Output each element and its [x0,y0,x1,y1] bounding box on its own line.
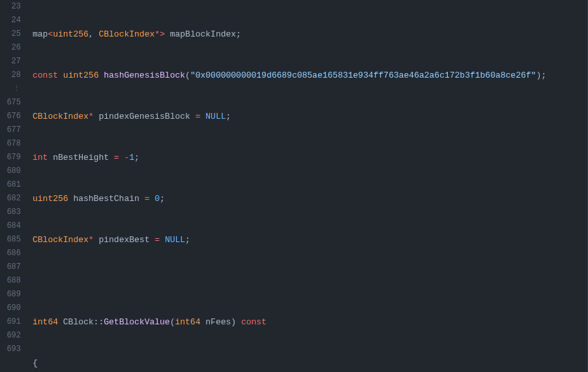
line-number-gutter: 23 24 25 26 27 28 ⋮ 675 676 677 678 679 … [0,0,27,372]
line-number: 692 [0,329,21,343]
line-number: 676 [0,110,21,123]
folded-region[interactable] [33,274,587,288]
code-line[interactable]: int64 CBlock::GetBlockValue(int64 nFees)… [33,315,587,329]
line-number: 688 [0,274,21,288]
line-number: 693 [0,343,21,356]
line-number: 687 [0,260,21,274]
line-number: 686 [0,247,21,260]
line-number: 23 [0,0,21,14]
line-number: 678 [0,137,21,151]
code-area[interactable]: map<uint256, CBlockIndex*> mapBlockIndex… [27,0,588,372]
line-number: 677 [0,123,21,137]
line-number: 691 [0,315,21,329]
code-line[interactable]: { [33,356,587,370]
code-line[interactable]: int nBestHeight = -1; [33,151,587,164]
line-number: 28 [0,69,21,82]
line-number: 25 [0,27,21,41]
line-number: 675 [0,96,21,110]
line-number: 27 [0,55,21,69]
line-number: 683 [0,206,21,219]
line-number: 680 [0,164,21,178]
line-number: 679 [0,151,21,164]
fold-ellipsis-icon[interactable]: ⋮ [0,82,21,96]
line-number: 690 [0,302,21,315]
line-number: 26 [0,41,21,55]
code-line[interactable]: CBlockIndex* pindexBest = NULL; [33,233,587,247]
code-editor: 23 24 25 26 27 28 ⋮ 675 676 677 678 679 … [0,0,588,372]
line-number: 689 [0,288,21,302]
line-number: 684 [0,219,21,233]
code-line[interactable]: map<uint256, CBlockIndex*> mapBlockIndex… [33,27,587,41]
code-line[interactable]: const uint256 hashGenesisBlock("0x000000… [33,69,587,82]
line-number: 682 [0,192,21,206]
line-number: 24 [0,14,21,27]
code-line[interactable]: CBlockIndex* pindexGenesisBlock = NULL; [33,110,587,123]
code-line[interactable]: uint256 hashBestChain = 0; [33,192,587,206]
line-number: 681 [0,178,21,192]
line-number: 685 [0,233,21,247]
